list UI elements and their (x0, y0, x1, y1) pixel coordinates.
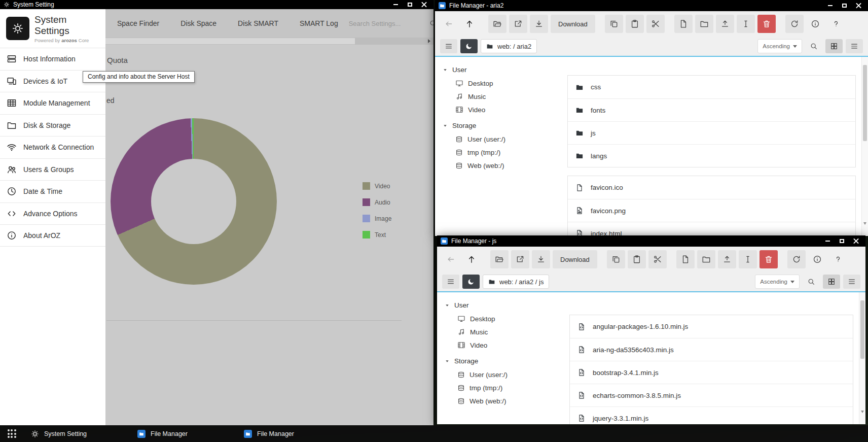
taskbar-item-file-manager-2[interactable]: File Manager (236, 425, 343, 442)
new-folder-button[interactable] (697, 250, 715, 268)
new-file-button[interactable] (676, 250, 695, 268)
tree-item-tmp-drive[interactable]: tmp (tmp:/) (443, 146, 554, 159)
close-button[interactable] (855, 3, 862, 9)
file-row[interactable]: index.html (568, 222, 855, 236)
settings-search-input[interactable] (349, 20, 425, 27)
vertical-scrollbar[interactable] (861, 57, 868, 236)
minimize-button[interactable] (827, 3, 834, 9)
tree-item-video[interactable]: Video (445, 338, 556, 352)
file-row[interactable]: css (568, 76, 855, 98)
close-button[interactable] (421, 2, 427, 8)
help-button[interactable] (827, 15, 845, 33)
open-folder-button[interactable] (488, 15, 507, 33)
tree-item-music[interactable]: Music (443, 90, 554, 103)
maximize-button[interactable] (841, 3, 848, 9)
theme-toggle-button[interactable] (462, 275, 480, 289)
sidebar-item-host-information[interactable]: Host Information (0, 48, 105, 70)
file-row[interactable]: jquery-3.3.1.min.js (570, 406, 853, 424)
search-button[interactable] (803, 275, 820, 289)
download-icon-button[interactable] (532, 250, 550, 268)
help-button[interactable] (829, 250, 847, 268)
back-button[interactable] (442, 250, 460, 268)
copy-button[interactable] (607, 250, 625, 268)
minimize-button[interactable] (824, 238, 831, 245)
new-file-button[interactable] (674, 15, 693, 33)
rename-button[interactable] (739, 250, 757, 268)
open-folder-button[interactable] (490, 250, 509, 268)
delete-button[interactable] (760, 250, 778, 268)
titlebar[interactable]: File Manager - aria2 (435, 0, 868, 11)
tree-section-storage[interactable]: Storage (443, 119, 554, 132)
refresh-button[interactable] (785, 15, 804, 33)
cut-button[interactable] (646, 15, 665, 33)
upload-button[interactable] (716, 15, 734, 33)
tree-item-desktop[interactable]: Desktop (443, 77, 554, 90)
file-row[interactable]: echarts-common-3.8.5.min.js (570, 384, 853, 406)
taskbar-item-system-setting[interactable]: System Setting (23, 425, 130, 442)
sidebar-item-network-connection[interactable]: Network & Connection (0, 136, 105, 158)
paste-button[interactable] (628, 250, 646, 268)
download-button[interactable]: Download (553, 250, 597, 268)
scroll-down-arrow[interactable] (861, 413, 864, 422)
tree-item-web-drive[interactable]: Web (web:/) (443, 159, 554, 172)
scroll-down-arrow[interactable] (863, 225, 866, 234)
grid-view-button[interactable] (825, 39, 843, 53)
search-button[interactable] (805, 39, 822, 53)
grid-view-button[interactable] (823, 275, 840, 289)
scrollbar-thumb[interactable] (863, 65, 867, 141)
tree-item-web-drive[interactable]: Web (web:/) (445, 394, 556, 407)
up-button[interactable] (462, 250, 481, 268)
sort-order-select[interactable]: Ascending (757, 39, 802, 53)
refresh-button[interactable] (787, 250, 806, 268)
titlebar[interactable]: System Setting (0, 0, 433, 9)
paste-button[interactable] (626, 15, 644, 33)
new-folder-button[interactable] (695, 15, 713, 33)
sidebar-item-about-aroz[interactable]: About ArOZ (0, 224, 105, 247)
file-row[interactable]: angular-packages-1.6.10.min.js (570, 315, 853, 338)
file-row[interactable]: langs (568, 144, 855, 167)
app-launcher-button[interactable] (0, 425, 23, 442)
up-button[interactable] (460, 15, 479, 33)
scrollbar-thumb[interactable] (860, 300, 864, 359)
close-button[interactable] (853, 238, 859, 245)
vertical-scrollbar[interactable] (859, 292, 865, 424)
sidebar-item-module-management[interactable]: Module Management (0, 92, 105, 114)
tree-section-storage[interactable]: Storage (445, 354, 556, 368)
tab-smart-log[interactable]: SMART Log (289, 19, 349, 27)
tree-item-music[interactable]: Music (445, 325, 556, 338)
rename-button[interactable] (737, 15, 755, 33)
properties-button[interactable] (806, 15, 824, 33)
titlebar[interactable]: File Manager - js (437, 235, 865, 247)
file-row[interactable]: js (568, 121, 855, 144)
tree-item-user-drive[interactable]: User (user:/) (445, 368, 556, 381)
copy-button[interactable] (605, 15, 623, 33)
theme-toggle-button[interactable] (460, 39, 478, 53)
delete-button[interactable] (757, 15, 776, 33)
open-new-window-button[interactable] (511, 250, 529, 268)
tree-item-video[interactable]: Video (443, 103, 554, 116)
tree-section-user[interactable]: User (443, 63, 554, 77)
properties-button[interactable] (808, 250, 826, 268)
download-icon-button[interactable] (530, 15, 548, 33)
tree-item-tmp-drive[interactable]: tmp (tmp:/) (445, 381, 556, 394)
sidebar-item-disk-storage[interactable]: Disk & Storage (0, 114, 105, 137)
tab-disk-smart[interactable]: Disk SMART (227, 19, 289, 27)
taskbar-item-file-manager-1[interactable]: File Manager (130, 425, 236, 442)
maximize-button[interactable] (407, 2, 413, 8)
tree-item-desktop[interactable]: Desktop (445, 312, 556, 325)
list-view-button[interactable] (843, 275, 860, 289)
minimize-button[interactable] (392, 2, 399, 8)
list-view-button[interactable] (846, 39, 863, 53)
file-row[interactable]: fonts (568, 98, 855, 121)
maximize-button[interactable] (839, 238, 845, 245)
file-row[interactable]: bootstrap-3.4.1.min.js (570, 361, 853, 384)
download-button[interactable]: Download (551, 15, 595, 33)
sidebar-item-date-time[interactable]: Date & Time (0, 180, 105, 202)
sidebar-item-advance-options[interactable]: Advance Options (0, 202, 105, 225)
sidebar-item-users-groups[interactable]: Users & Groups (0, 158, 105, 181)
tree-section-user[interactable]: User (445, 298, 556, 312)
scrollbar-thumb[interactable] (105, 38, 355, 44)
menu-button[interactable] (442, 275, 459, 289)
tree-item-user-drive[interactable]: User (user:/) (443, 132, 554, 146)
breadcrumb[interactable]: web: / aria2 (481, 39, 537, 53)
